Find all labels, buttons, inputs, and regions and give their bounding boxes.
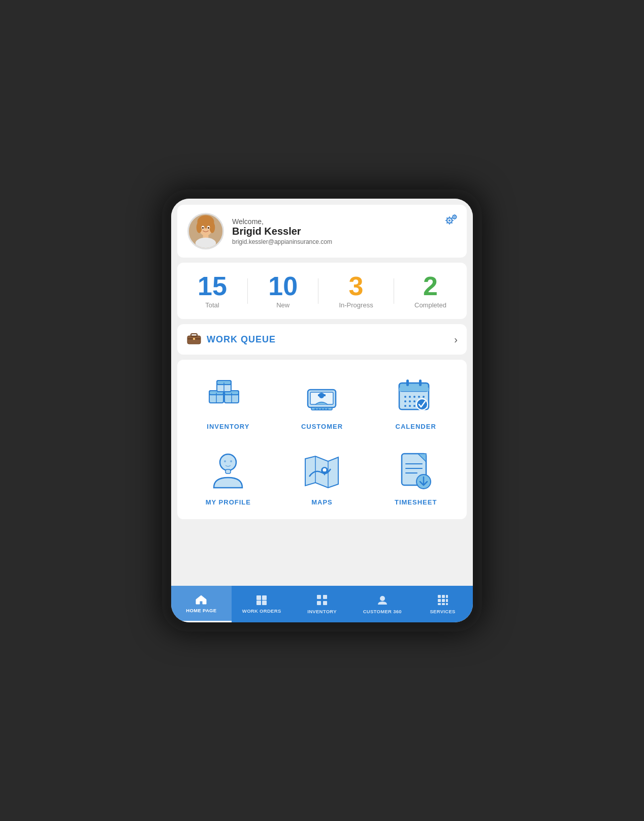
screen: Welcome, Brigid Kessler brigid.kessler@a… — [171, 199, 473, 622]
inventory-icon — [205, 373, 251, 419]
inventory-nav-icon — [316, 594, 328, 607]
maps-icon — [299, 449, 345, 494]
services-icon — [437, 594, 448, 607]
work-queue-left: WORK QUEUE — [186, 331, 276, 348]
welcome-card: Welcome, Brigid Kessler brigid.kessler@a… — [177, 205, 467, 258]
svg-rect-42 — [399, 388, 429, 391]
nav-customer-360-label: CUSTOMER 360 — [363, 609, 402, 614]
work-queue-title: WORK QUEUE — [207, 334, 276, 345]
stat-new: 10 New — [268, 273, 298, 309]
svg-rect-87 — [438, 599, 441, 602]
svg-rect-43 — [406, 380, 409, 386]
nav-inventory-label: INVENTORY — [307, 609, 337, 614]
stat-completed: 2 Completed — [414, 273, 446, 309]
svg-point-60 — [224, 460, 226, 462]
svg-point-11 — [208, 227, 210, 229]
inventory-label: INVENTORY — [207, 423, 249, 430]
svg-rect-90 — [438, 603, 441, 605]
inprogress-number: 3 — [339, 273, 373, 299]
completed-label: Completed — [414, 301, 446, 309]
nav-work-orders-label: WORK ORDERS — [242, 608, 281, 614]
svg-point-56 — [413, 405, 415, 407]
nav-home[interactable]: HOME PAGE — [171, 586, 232, 622]
briefcase-icon — [186, 331, 202, 348]
welcome-text: Welcome, Brigid Kessler brigid.kessler@a… — [232, 217, 457, 245]
stats-card: 15 Total 10 New 3 In-Progress 2 Complete… — [177, 263, 467, 319]
screen-content: Welcome, Brigid Kessler brigid.kessler@a… — [171, 199, 473, 586]
svg-rect-32 — [314, 408, 316, 409]
stat-divider-3 — [394, 278, 394, 304]
stat-divider-2 — [318, 278, 318, 304]
svg-rect-82 — [323, 601, 327, 605]
svg-point-49 — [423, 396, 425, 398]
svg-point-5 — [209, 222, 215, 233]
customer-label: CUSTOMER — [301, 423, 343, 430]
svg-point-10 — [202, 227, 204, 229]
svg-point-54 — [404, 405, 406, 407]
total-number: 15 — [198, 273, 227, 299]
svg-point-48 — [418, 396, 420, 398]
nav-customer-360[interactable]: CUSTOMER 360 — [352, 586, 412, 622]
nav-work-orders[interactable]: WORK ORDERS — [232, 586, 292, 622]
svg-point-45 — [404, 396, 406, 398]
stat-total: 15 Total — [198, 273, 227, 309]
svg-point-50 — [404, 400, 406, 402]
my-profile-label: MY PROFILE — [206, 498, 251, 506]
nav-inventory[interactable]: INVENTORY — [292, 586, 352, 622]
timesheet-icon — [393, 449, 439, 494]
work-queue-card[interactable]: WORK QUEUE › — [177, 324, 467, 355]
svg-point-15 — [454, 216, 456, 218]
nav-services[interactable]: SERVICES — [412, 586, 473, 622]
svg-rect-77 — [256, 601, 261, 605]
nav-home-label: HOME PAGE — [186, 608, 216, 613]
svg-rect-80 — [323, 595, 327, 599]
svg-rect-44 — [419, 380, 422, 386]
svg-rect-78 — [262, 601, 267, 605]
chevron-right-icon[interactable]: › — [454, 334, 458, 345]
my-profile-icon — [205, 449, 251, 494]
svg-rect-17 — [191, 334, 197, 336]
timesheet-icon-item[interactable]: TIMESHEET — [373, 444, 459, 511]
user-email: brigid.kessler@appianinsurance.com — [232, 238, 457, 245]
svg-point-66 — [323, 468, 327, 472]
device-frame: Welcome, Brigid Kessler brigid.kessler@a… — [162, 190, 482, 631]
svg-rect-81 — [317, 601, 321, 605]
avatar — [187, 213, 224, 249]
svg-rect-38 — [318, 394, 320, 396]
inventory-icon-item[interactable]: INVENTORY — [185, 368, 271, 435]
icons-grid-card: INVENTORY — [177, 360, 467, 519]
maps-icon-item[interactable]: MAPS — [279, 444, 365, 511]
svg-point-83 — [380, 596, 385, 601]
calender-label: CALENDER — [396, 423, 436, 430]
inprogress-label: In-Progress — [339, 301, 373, 309]
new-number: 10 — [268, 273, 298, 299]
calender-icon — [393, 373, 439, 419]
svg-rect-59 — [226, 469, 231, 473]
greeting-label: Welcome, — [232, 217, 457, 226]
svg-rect-92 — [446, 603, 448, 605]
calender-icon-item[interactable]: CALENDER — [373, 368, 459, 435]
home-icon — [196, 594, 207, 606]
svg-point-57 — [416, 399, 428, 410]
svg-rect-84 — [438, 595, 441, 598]
svg-rect-85 — [442, 595, 445, 598]
settings-icon[interactable] — [443, 213, 459, 230]
new-label: New — [268, 301, 298, 309]
my-profile-icon-item[interactable]: MY PROFILE — [185, 444, 271, 511]
svg-rect-33 — [317, 408, 319, 409]
svg-point-13 — [448, 219, 450, 222]
stat-inprogress: 3 In-Progress — [339, 273, 373, 309]
svg-rect-76 — [262, 595, 267, 600]
svg-rect-39 — [324, 394, 326, 396]
nav-services-label: SERVICES — [430, 609, 455, 614]
maps-label: MAPS — [311, 498, 333, 506]
customer-360-icon — [377, 594, 388, 607]
svg-point-51 — [409, 400, 411, 402]
customer-icon-item[interactable]: CUSTOMER — [279, 368, 365, 435]
customer-icon — [299, 373, 345, 419]
svg-rect-75 — [256, 595, 261, 600]
svg-rect-19 — [193, 338, 195, 340]
svg-rect-35 — [324, 408, 326, 409]
svg-point-61 — [230, 460, 232, 462]
svg-point-4 — [197, 222, 202, 233]
